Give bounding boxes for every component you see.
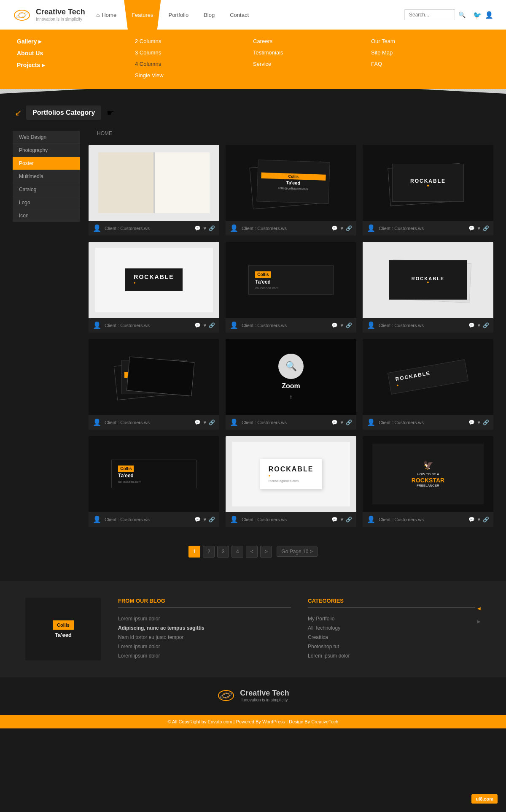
link-icon[interactable]: 🔗	[209, 225, 215, 231]
page-next[interactable]: >	[260, 546, 272, 558]
heart-icon[interactable]: ♥	[340, 225, 343, 231]
heart-icon[interactable]: ♥	[477, 420, 480, 425]
footer-blog-link-4[interactable]: Lorem ipsum dolor	[118, 642, 291, 651]
comment-icon[interactable]: 💬	[331, 517, 338, 522]
mega-3col[interactable]: 3 Columns	[135, 49, 253, 56]
heart-icon[interactable]: ♥	[340, 517, 343, 522]
comment-icon[interactable]: 💬	[468, 517, 475, 522]
mega-testimonials[interactable]: Testimonials	[253, 49, 371, 56]
zoom-overlay[interactable]: 🔍 Zoom ↑	[226, 339, 356, 415]
comment-icon[interactable]: 💬	[468, 420, 475, 425]
footer-blog-link-2[interactable]: Adipiscing, nunc ac tempus sagittis	[118, 623, 291, 633]
link-icon[interactable]: 🔗	[483, 517, 489, 522]
nav-portfolio[interactable]: Portfolio	[161, 0, 196, 30]
link-icon[interactable]: 🔗	[483, 420, 489, 425]
mega-col-3: Careers Testimonials Service	[253, 38, 371, 78]
comment-icon[interactable]: 💬	[194, 225, 201, 231]
portfolio-item: Collis Ta'eed 👤 Client : Customers.ws 💬 …	[89, 339, 219, 430]
link-icon[interactable]: 🔗	[209, 322, 215, 328]
mega-service[interactable]: Service	[253, 61, 371, 67]
client-avatar-icon: 👤	[367, 224, 375, 232]
page-2[interactable]: 2	[203, 546, 215, 558]
comment-icon[interactable]: 💬	[194, 517, 201, 522]
client-label: Client : Customers.ws	[105, 420, 191, 425]
page-1[interactable]: 1	[188, 546, 200, 558]
portfolio-thumbnail: ROCKABLE •	[89, 242, 219, 318]
link-icon[interactable]: 🔗	[346, 517, 352, 522]
filter-icon[interactable]: Icon	[13, 209, 80, 222]
link-icon[interactable]: 🔗	[346, 225, 352, 231]
nav-home[interactable]: Home	[89, 0, 124, 30]
comment-icon[interactable]: 💬	[194, 420, 201, 425]
heart-icon[interactable]: ♥	[477, 225, 480, 231]
heart-icon[interactable]: ♥	[340, 322, 343, 328]
link-icon[interactable]: 🔗	[209, 517, 215, 522]
mega-2col[interactable]: 2 Columns	[135, 38, 253, 44]
filter-web-design[interactable]: Web Design	[13, 131, 80, 144]
book-right	[155, 152, 210, 213]
footer-cat-2[interactable]: All Technology	[308, 623, 475, 633]
footer-blog-link-1[interactable]: Lorem ipsum dolor	[118, 614, 291, 623]
heart-icon[interactable]: ♥	[203, 322, 206, 328]
comment-icon[interactable]: 💬	[331, 225, 338, 231]
filter-photography[interactable]: Photography	[13, 144, 80, 157]
footer-blog-link-3[interactable]: Nam id tortor eu justo tempor	[118, 633, 291, 642]
nav-contact[interactable]: Contact	[222, 0, 256, 30]
logo[interactable]: Creative Tech Innovation is in simplicit…	[13, 8, 89, 22]
link-icon[interactable]: 🔗	[209, 420, 215, 425]
search-input[interactable]	[404, 9, 455, 20]
link-icon[interactable]: 🔗	[483, 322, 489, 328]
search-icon[interactable]: 🔍	[458, 11, 466, 18]
rockable-page-visual: ROCKABLE • rockablegames.com	[232, 442, 350, 506]
cat-arrow-prev[interactable]: ◀	[477, 606, 481, 611]
portfolio-item: Collis Ta'eed collistaeed.com 👤 Client :…	[226, 242, 356, 333]
heart-icon[interactable]: ♥	[203, 225, 206, 231]
mega-faq[interactable]: FAQ	[371, 61, 489, 67]
heart-icon[interactable]: ♥	[477, 322, 480, 328]
filter-catalog[interactable]: Catalog	[13, 183, 80, 196]
rockable-url: rockablegames.com	[269, 479, 314, 483]
nav-features[interactable]: Features	[124, 0, 161, 30]
mega-site-map[interactable]: Site Map	[371, 49, 489, 56]
mega-projects[interactable]: Projects ▶	[17, 62, 135, 68]
heart-icon[interactable]: ♥	[340, 420, 343, 425]
comment-icon[interactable]: 💬	[468, 225, 475, 231]
mega-col-2: 2 Columns 3 Columns 4 Columns Single Vie…	[135, 38, 253, 78]
cat-arrow-next[interactable]: ▶	[477, 619, 481, 624]
portfolio-item: Collis Ta'eed collistaeed.com 👤 Client :…	[89, 436, 219, 527]
rockstar-cover: 🦅 HOW TO BE A ROCKSTAR FREELANCER	[372, 444, 484, 504]
page-prev[interactable]: <	[246, 546, 258, 558]
page-goto[interactable]: Go Page 10 >	[277, 547, 317, 557]
mega-single[interactable]: Single View	[135, 72, 253, 78]
footer-cat-5[interactable]: Lorem ipsum dolor	[308, 651, 475, 660]
twitter-icon[interactable]: 🐦	[473, 11, 482, 19]
footer-cat-1[interactable]: My Portfolio	[308, 614, 475, 623]
mega-gallery[interactable]: Gallery ▶	[17, 38, 135, 45]
link-icon[interactable]: 🔗	[483, 225, 489, 231]
comment-icon[interactable]: 💬	[194, 322, 201, 328]
comment-icon[interactable]: 💬	[331, 322, 338, 328]
nav-blog[interactable]: Blog	[196, 0, 222, 30]
filter-multimedia[interactable]: Multimedia	[13, 170, 80, 183]
mega-4col[interactable]: 4 Columns	[135, 61, 253, 67]
comment-icon[interactable]: 💬	[331, 420, 338, 425]
heart-icon[interactable]: ♥	[477, 517, 480, 522]
user-icon[interactable]: 👤	[485, 11, 493, 19]
filter-dropdown: Web Design Photography Poster Multimedia…	[13, 131, 80, 222]
breadcrumb-home[interactable]: HOME	[97, 130, 112, 136]
comment-icon[interactable]: 💬	[468, 322, 475, 328]
footer-cat-4[interactable]: Photoshop tut	[308, 642, 475, 651]
link-icon[interactable]: 🔗	[346, 420, 352, 425]
mega-our-team[interactable]: Our Team	[371, 38, 489, 44]
page-3[interactable]: 3	[217, 546, 229, 558]
mega-careers[interactable]: Careers	[253, 38, 371, 44]
filter-logo[interactable]: Logo	[13, 196, 80, 209]
footer-cat-3[interactable]: Creattica	[308, 633, 475, 642]
mega-about[interactable]: About Us	[17, 50, 135, 57]
filter-poster[interactable]: Poster	[13, 157, 80, 170]
heart-icon[interactable]: ♥	[203, 517, 206, 522]
footer-blog-link-5[interactable]: Lorem ipsum dolor	[118, 651, 291, 660]
link-icon[interactable]: 🔗	[346, 322, 352, 328]
heart-icon[interactable]: ♥	[203, 420, 206, 425]
page-4[interactable]: 4	[231, 546, 243, 558]
